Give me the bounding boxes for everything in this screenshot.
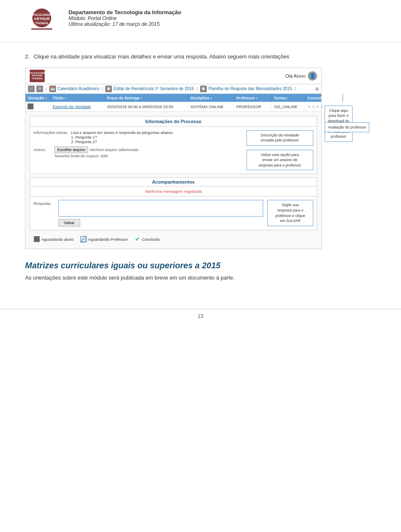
step-2-text: 2. Clique na atividade para visualizar m… bbox=[25, 53, 376, 61]
salvar-button[interactable]: Salvar bbox=[58, 219, 80, 227]
info-value: Leia o arquivo em anexo e responda as pe… bbox=[71, 130, 173, 144]
sort-conceito-icon: ⬥ bbox=[325, 96, 327, 100]
file-limit-text: Tamanho limite do Arquivo: 40M bbox=[54, 154, 108, 158]
upload-annotation-text: Utilize esta opção paraenviar um arquivo… bbox=[259, 153, 302, 167]
user-icon: 👤 bbox=[308, 71, 317, 81]
portal-frame: FACULDADEARTHURTHOMAS Olá Aluno 👤 ⌂ ⚙ | … bbox=[25, 68, 322, 250]
nav-link-calendario[interactable]: Calendário Acadêmico bbox=[58, 86, 99, 91]
info-label: Informações extras: bbox=[33, 130, 71, 144]
sort-titulo-icon: ⬥ bbox=[64, 96, 66, 100]
sort-prazo-icon: ⬥ bbox=[140, 96, 142, 100]
sort-professor-icon: ⬥ bbox=[256, 96, 258, 100]
resposta-annotation-text: Digite suaresposta para oprofessor e cli… bbox=[275, 203, 305, 223]
portal-greeting: Olá Aluno 👤 bbox=[285, 71, 317, 81]
th-titulo[interactable]: Título ⬥ bbox=[51, 94, 105, 102]
header-dept: Departamento de Tecnologia da Informação bbox=[69, 9, 181, 15]
annexo-row: Anexo: Escolher arquivo Nenhum arquivo s… bbox=[33, 146, 242, 153]
processo-left: Informações extras: Leia o arquivo em an… bbox=[33, 130, 242, 171]
greeting-text: Olá Aluno bbox=[285, 73, 305, 78]
legend-aguardando-aluno: Aguardando aluno bbox=[34, 236, 74, 242]
institution-logo: FACULDADE ARTHUR THOMAS bbox=[25, 8, 58, 37]
resposta-row: Resposta: bbox=[33, 200, 263, 217]
th-situacao[interactable]: Situação ⬥ bbox=[25, 94, 51, 102]
status-legend: Aguardando aluno 🔄 Aguardando Professor … bbox=[30, 234, 317, 245]
aguardando-aluno-icon bbox=[34, 236, 40, 242]
header-text: Departamento de Tecnologia da Informação… bbox=[69, 8, 181, 27]
resposta-annotation-box: Digite suaresposta para oprofessor e cli… bbox=[267, 200, 313, 226]
acomp-empty: Nenhuma mensagem registrada bbox=[30, 187, 317, 197]
logo-area: FACULDADE ARTHUR THOMAS bbox=[25, 8, 63, 38]
td-turma: SIS_ONLINE bbox=[272, 102, 305, 111]
td-titulo[interactable]: Exemplo de Atividade bbox=[51, 102, 105, 111]
step-number: 2. bbox=[25, 53, 30, 60]
status-flag-icon bbox=[28, 103, 33, 109]
sort-turma-icon: ⬥ bbox=[287, 96, 289, 100]
upload-annotation-box: Utilize esta opção paraenviar um arquivo… bbox=[246, 150, 313, 171]
legend-aguardando-aluno-label: Aguardando aluno bbox=[41, 237, 74, 242]
svg-text:THOMAS: THOMAS bbox=[36, 22, 48, 25]
resposta-area: Resposta: Salvar bbox=[33, 200, 263, 227]
page-number: 13 bbox=[198, 313, 203, 319]
nav-link-planilha[interactable]: Planilha de Reajuste das Mensalidades 20… bbox=[208, 86, 292, 91]
td-disciplina: SISTEMA ONLINE bbox=[188, 102, 234, 111]
legend-aguardando-professor-label: Aguardando Professor bbox=[88, 237, 128, 242]
th-arquivo: Arquivo bbox=[343, 94, 368, 102]
rematricula-icon: 📋 bbox=[105, 86, 112, 92]
search-icon[interactable]: ⚙ bbox=[36, 86, 43, 92]
planilha-icon: 📋 bbox=[200, 86, 207, 92]
escolher-arquivo-button[interactable]: Escolher arquivo bbox=[54, 146, 88, 153]
calendar-icon: 📅 bbox=[49, 86, 56, 92]
home-icon[interactable]: ⌂ bbox=[28, 86, 35, 92]
nav-link-rematricula[interactable]: Edital de Rematrícula 1º Semestre de 201… bbox=[114, 86, 194, 91]
svg-text:ARTHUR: ARTHUR bbox=[34, 17, 50, 21]
th-disciplina[interactable]: Disciplina ⬥ bbox=[188, 94, 234, 102]
processo-body: Informações extras: Leia o arquivo em an… bbox=[30, 127, 317, 174]
desc-annotation-box: Descrição da Atividadeenviada pelo profe… bbox=[246, 130, 313, 146]
doc-footer: 13 bbox=[0, 309, 401, 323]
processo-right: Descrição da Atividadeenviada pelo profe… bbox=[246, 130, 313, 171]
svg-text:FACULDADE: FACULDADE bbox=[33, 13, 51, 16]
desc-annotation-text: Descrição da Atividadeenviada pelo profe… bbox=[261, 133, 299, 143]
table-header: Situação ⬥ Título ⬥ Prazo de Entrega ⬥ D… bbox=[25, 94, 321, 102]
avaliacao-annotation: Avaliação do professor bbox=[325, 122, 369, 133]
th-prazo[interactable]: Prazo de Entrega ⬥ bbox=[105, 94, 188, 102]
td-professor: PROFESSOR bbox=[234, 102, 272, 111]
portal-navbar[interactable]: ⌂ ⚙ | 📅 Calendário Acadêmico | 📋 Edital … bbox=[25, 84, 321, 94]
th-turma[interactable]: Turma ⬥ bbox=[272, 94, 305, 102]
acomp-body: Resposta: Salvar Digite suaresposta para… bbox=[30, 197, 317, 230]
sort-situacao-icon: ⬥ bbox=[45, 96, 47, 100]
legend-aguardando-professor: 🔄 Aguardando Professor bbox=[81, 236, 128, 242]
portal-topbar: FACULDADEARTHURTHOMAS Olá Aluno 👤 bbox=[25, 68, 321, 84]
portal-logo: FACULDADEARTHURTHOMAS bbox=[30, 70, 45, 82]
no-file-text: Nenhum arquivo selecionado bbox=[90, 148, 139, 152]
portal-main: Informações do Processo Informações extr… bbox=[25, 112, 321, 249]
concluido-icon: ✔ bbox=[135, 236, 140, 242]
processo-section: Informações do Processo Informações extr… bbox=[30, 116, 317, 174]
hamburger-icon[interactable]: ≡ bbox=[315, 86, 319, 92]
aguardando-professor-icon: 🔄 bbox=[81, 236, 86, 242]
th-conceito[interactable]: Conceito ⬥ bbox=[305, 94, 343, 102]
info-row: Informações extras: Leia o arquivo em an… bbox=[33, 130, 242, 144]
th-professor[interactable]: Professor ⬥ bbox=[234, 94, 272, 102]
header-updated: Última atualização: 17 de março de 2015 bbox=[69, 21, 181, 27]
acomp-section: Acompanhamentos Nenhuma mensagem registr… bbox=[30, 177, 317, 230]
resposta-label: Resposta: bbox=[33, 200, 58, 206]
section-heading: Matrizes curriculares iguais ou superior… bbox=[25, 261, 376, 270]
step-description: Clique na atividade para visualizar mais… bbox=[33, 53, 289, 60]
legend-concluido: ✔ Concluído bbox=[135, 236, 160, 242]
svg-rect-4 bbox=[31, 28, 52, 30]
td-prazo: 25/02/2015 00:00 à 28/02/2015 23:59 bbox=[105, 102, 188, 111]
header-module: Módulo: Portal Online bbox=[69, 15, 181, 21]
processo-title: Informações do Processo bbox=[30, 116, 317, 127]
annexo-label: Anexo: bbox=[33, 147, 54, 152]
section-sub: As orientações sobre este módulo será pu… bbox=[25, 274, 376, 282]
table-row[interactable]: Exemplo de Atividade 25/02/2015 00:00 à … bbox=[25, 102, 321, 112]
doc-body: 2. Clique na atividade para visualizar m… bbox=[0, 43, 401, 292]
doc-header: FACULDADE ARTHUR THOMAS Departamento de … bbox=[0, 0, 401, 43]
portal-logo-img: FACULDADEARTHURTHOMAS bbox=[30, 70, 45, 82]
resposta-textarea[interactable] bbox=[58, 200, 263, 217]
sort-disciplina-icon: ⬥ bbox=[210, 96, 212, 100]
acomp-title: Acompanhamentos bbox=[30, 178, 317, 187]
td-situacao bbox=[25, 102, 51, 111]
avaliacao-annotation-text: Avaliação do professor bbox=[328, 125, 366, 129]
